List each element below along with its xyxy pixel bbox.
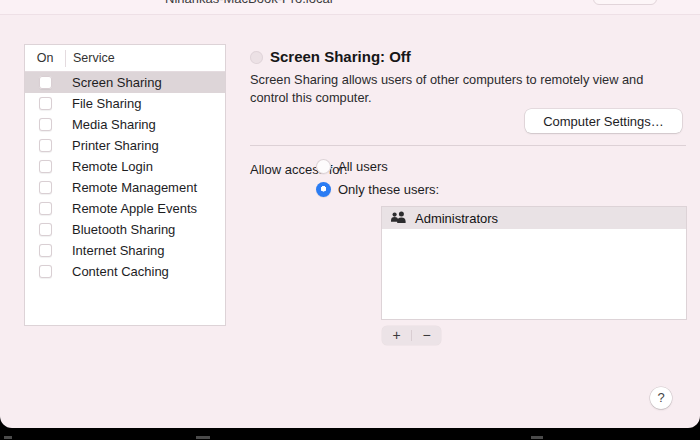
service-checkbox[interactable] [39,202,52,215]
service-label: Content Caching [65,264,169,279]
service-row-remote-apple-events[interactable]: Remote Apple Events [25,198,225,219]
help-button[interactable]: ? [650,387,672,409]
service-checkbox[interactable] [39,97,52,110]
background-bar [0,428,700,440]
service-checkbox[interactable] [39,76,52,89]
service-row-bluetooth-sharing[interactable]: Bluetooth Sharing [25,219,225,240]
service-row-screen-sharing[interactable]: Screen Sharing [25,72,225,93]
edit-button-clipped[interactable] [593,0,657,5]
service-label: Bluetooth Sharing [65,222,175,237]
service-label: Remote Management [65,180,197,195]
sharing-preferences-window: Niharikas-MacBook-Pro.local On Service S… [0,0,700,428]
radio-only-these-users[interactable]: Only these users: [316,182,439,197]
background-artifact [531,436,543,439]
radio-all-users[interactable]: All users [316,159,388,174]
service-row-printer-sharing[interactable]: Printer Sharing [25,135,225,156]
services-table-header: On Service [25,45,225,72]
background-artifact [4,436,12,439]
service-checkbox[interactable] [39,118,52,131]
radio-selected-icon[interactable] [316,182,331,197]
computer-name-section: Niharikas-MacBook-Pro.local [0,0,700,15]
background-artifact [196,436,210,439]
radio-label: Only these users: [338,182,439,197]
service-checkbox[interactable] [39,223,52,236]
add-remove-control: + − [382,326,441,345]
list-item-administrators[interactable]: Administrators [382,207,686,229]
service-label: Screen Sharing [65,75,162,90]
column-header-on: On [25,51,65,65]
column-header-service: Service [66,51,115,65]
status-indicator-icon [250,51,263,64]
radio-unselected-icon[interactable] [316,159,331,174]
group-users-icon [390,211,407,225]
computer-settings-button[interactable]: Computer Settings… [525,109,682,133]
service-checkbox[interactable] [39,265,52,278]
service-label: Internet Sharing [65,243,165,258]
service-description: Screen Sharing allows users of other com… [250,71,684,107]
service-row-content-caching[interactable]: Content Caching [25,261,225,282]
radio-label: All users [338,159,388,174]
service-checkbox[interactable] [39,244,52,257]
service-label: Printer Sharing [65,138,159,153]
service-row-internet-sharing[interactable]: Internet Sharing [25,240,225,261]
service-checkbox[interactable] [39,139,52,152]
services-table: On Service Screen Sharing File Sharing M… [25,45,225,325]
service-checkbox[interactable] [39,160,52,173]
service-row-file-sharing[interactable]: File Sharing [25,93,225,114]
section-divider [250,145,686,146]
allowed-users-list: Administrators [382,207,686,319]
service-checkbox[interactable] [39,181,52,194]
user-name: Administrators [415,211,498,226]
service-label: Remote Apple Events [65,201,197,216]
service-row-remote-management[interactable]: Remote Management [25,177,225,198]
service-label: Remote Login [65,159,153,174]
service-label: File Sharing [65,96,141,111]
service-label: Media Sharing [65,117,156,132]
hostname-label: Niharikas-MacBook-Pro.local [165,0,333,7]
page-title: Screen Sharing: Off [270,48,411,65]
add-user-button[interactable]: + [382,326,411,345]
service-row-remote-login[interactable]: Remote Login [25,156,225,177]
service-row-media-sharing[interactable]: Media Sharing [25,114,225,135]
remove-user-button[interactable]: − [412,326,441,345]
